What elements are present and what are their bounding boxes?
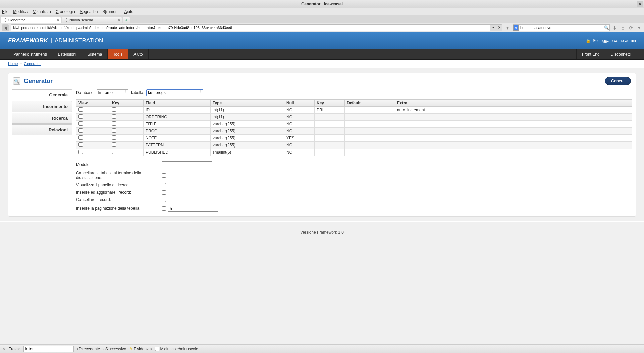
breadcrumb-home[interactable]: Home xyxy=(8,62,18,66)
modulo-input[interactable] xyxy=(162,161,212,168)
view-checkbox[interactable] xyxy=(78,150,83,154)
footer-text: Versione Framework 1.0 xyxy=(300,230,344,235)
form-row-paginazione: Inserire la paginazione della tebella: xyxy=(76,205,632,212)
menu-modifica[interactable]: Modifica xyxy=(13,9,28,14)
cell-field: TITLE xyxy=(144,121,211,128)
cell-extra xyxy=(395,142,632,149)
nav-item-front-end[interactable]: Front End xyxy=(576,49,605,59)
paginazione-checkbox[interactable] xyxy=(162,206,166,211)
breadcrumb: Home :: Generator xyxy=(0,60,644,68)
toolbar-dropdown-icon[interactable]: ▾ xyxy=(636,25,642,31)
sync-icon[interactable]: ⟳ xyxy=(628,25,634,31)
inserire-aggiornare-checkbox[interactable] xyxy=(162,190,166,195)
url-input[interactable] xyxy=(11,24,502,31)
menu-visualizza[interactable]: Visualizza xyxy=(33,9,51,14)
view-checkbox[interactable] xyxy=(78,107,83,112)
cell-null: NO xyxy=(284,128,315,135)
view-checkbox[interactable] xyxy=(78,142,83,147)
fields-table: View Key Field Type Null Key Default Ext… xyxy=(76,99,632,156)
cancellare-record-checkbox[interactable] xyxy=(162,198,166,202)
key-checkbox[interactable] xyxy=(112,135,116,140)
side-tab-relazioni[interactable]: Relazioni xyxy=(12,124,72,135)
window-titlebar: Generator - Iceweasel ✕ xyxy=(0,0,644,8)
cell-key xyxy=(315,114,345,121)
cell-extra xyxy=(395,135,632,142)
table-row: PUBLISHEDsmallint(6)NO xyxy=(76,149,632,156)
tab-nuova-scheda[interactable]: Nuova scheda ✕ xyxy=(62,17,122,23)
cell-field: ORDERING xyxy=(144,114,211,121)
cell-type: int(11) xyxy=(211,114,284,121)
menu-strumenti[interactable]: Strumenti xyxy=(102,9,119,14)
form-row-modulo: Modulo: xyxy=(76,161,632,168)
table-row: IDint(11)NOPRIauto_increment xyxy=(76,107,632,114)
form-row-visualizza-panello: Visualizza il panello di ricerca: xyxy=(76,183,632,187)
cell-field: ID xyxy=(144,107,211,114)
cell-null: NO xyxy=(284,149,315,156)
box-header: 🔍 Generator Genera xyxy=(12,76,632,89)
cell-key xyxy=(315,135,345,142)
menu-aiuto[interactable]: Aiuto xyxy=(124,9,133,14)
tab-label: Nuova scheda xyxy=(69,18,93,22)
search-input[interactable] xyxy=(513,24,610,31)
download-icon[interactable]: ⬇ xyxy=(612,25,618,31)
cell-extra xyxy=(395,128,632,135)
side-tab-inserimento[interactable]: Inserimento xyxy=(12,101,72,112)
url-dropdown-icon[interactable]: ▾ xyxy=(490,25,496,31)
key-checkbox[interactable] xyxy=(112,142,116,147)
history-dropdown-icon[interactable]: ▾ xyxy=(504,25,511,31)
table-select[interactable]: krs_progs xyxy=(146,89,203,96)
genera-button[interactable]: Genera xyxy=(605,77,631,85)
content-wrap: 🔍 Generator Genera GeneraleInserimentoRi… xyxy=(0,68,644,221)
menu-file[interactable]: File xyxy=(2,9,8,14)
tab-generator[interactable]: Generator ✕ xyxy=(1,17,61,23)
nav-item-sistema[interactable]: Sistema xyxy=(82,49,108,59)
nav-item-pannello-strumenti[interactable]: Pannello strumenti xyxy=(8,49,52,59)
col-type: Type xyxy=(211,100,284,107)
cell-type: varchar(255) xyxy=(211,135,284,142)
lock-icon: 🔒 xyxy=(586,38,591,43)
reload-icon[interactable]: ⟳ xyxy=(496,25,502,31)
tab-favicon-icon xyxy=(4,18,7,22)
visualizza-panello-checkbox[interactable] xyxy=(162,183,166,187)
database-select[interactable]: kriframe xyxy=(97,89,128,96)
view-checkbox[interactable] xyxy=(78,121,83,126)
login-status-text: Sei loggato come admin xyxy=(593,38,636,43)
key-checkbox[interactable] xyxy=(112,114,116,119)
side-tabs: GeneraleInserimentoRicercaRelazioni xyxy=(12,89,72,212)
cell-default xyxy=(345,135,395,142)
cell-default xyxy=(345,107,395,114)
cell-field: NOTE xyxy=(144,135,211,142)
paginazione-input[interactable] xyxy=(168,205,218,212)
selectors-row: Database: kriframe Tabella: krs_progs xyxy=(76,89,632,96)
new-tab-button[interactable]: + xyxy=(123,17,130,23)
menu-segnalibri[interactable]: Segnalibri xyxy=(80,9,98,14)
menu-cronologia[interactable]: Cronologia xyxy=(56,9,75,14)
search-go-icon[interactable]: 🔍 xyxy=(604,25,609,31)
form-row-cancellare-tabella: Cancellare la tabella al termine della d… xyxy=(76,171,632,180)
back-button[interactable]: ◄ xyxy=(2,24,9,31)
table-row: PROGvarchar(255)NO xyxy=(76,128,632,135)
tab-close-icon[interactable]: ✕ xyxy=(57,18,59,22)
cell-default xyxy=(345,128,395,135)
cell-type: varchar(255) xyxy=(211,128,284,135)
cancellare-tabella-checkbox[interactable] xyxy=(162,173,166,178)
key-checkbox[interactable] xyxy=(112,128,116,133)
window-close-button[interactable]: ✕ xyxy=(637,1,643,7)
view-checkbox[interactable] xyxy=(78,114,83,119)
view-checkbox[interactable] xyxy=(78,128,83,133)
nav-item-estensioni[interactable]: Estensioni xyxy=(52,49,82,59)
side-tab-generale[interactable]: Generale xyxy=(12,89,72,100)
view-checkbox[interactable] xyxy=(78,135,83,140)
breadcrumb-current[interactable]: Generator xyxy=(24,62,41,66)
side-tab-ricerca[interactable]: Ricerca xyxy=(12,113,72,124)
nav-item-disconnetti[interactable]: Disconnetti xyxy=(605,49,636,59)
key-checkbox[interactable] xyxy=(112,121,116,126)
nav-item-tools[interactable]: Tools xyxy=(108,49,128,59)
browser-tabbar: Generator ✕ Nuova scheda ✕ + xyxy=(0,15,644,23)
tab-close-icon[interactable]: ✕ xyxy=(118,18,120,22)
key-checkbox[interactable] xyxy=(112,107,116,112)
home-icon[interactable]: ⌂ xyxy=(620,25,626,31)
nav-item-aiuto[interactable]: Aiuto xyxy=(128,49,148,59)
key-checkbox[interactable] xyxy=(112,150,116,154)
search-engine-icon[interactable]: g xyxy=(513,25,519,31)
